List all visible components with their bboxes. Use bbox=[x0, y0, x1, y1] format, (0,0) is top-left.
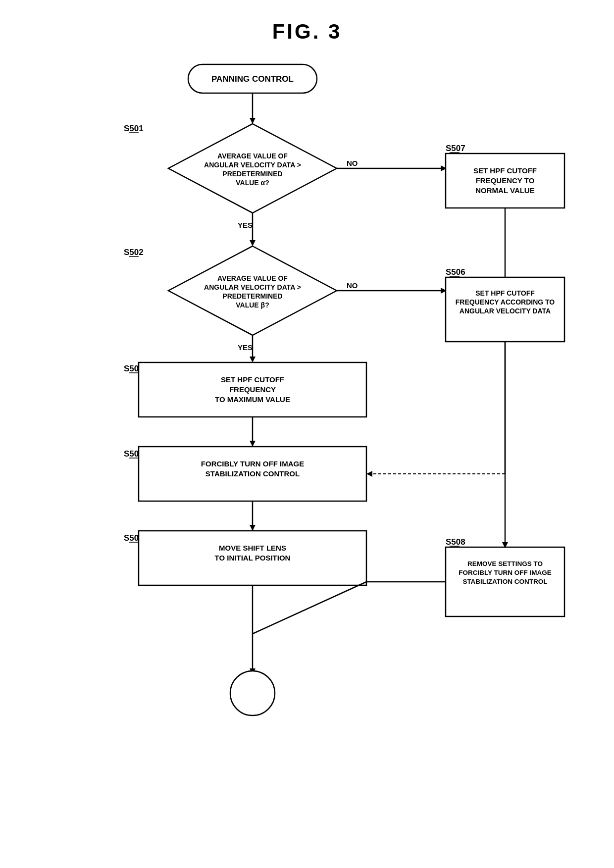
s503-text-3: TO MAXIMUM VALUE bbox=[215, 395, 290, 404]
s506-text-2: FREQUENCY ACCORDING TO bbox=[456, 298, 555, 306]
s501-label: S501 bbox=[124, 124, 144, 133]
s503-text-2: FREQUENCY bbox=[229, 385, 276, 394]
s501-text-1: AVERAGE VALUE OF bbox=[217, 152, 288, 160]
svg-marker-22 bbox=[250, 525, 256, 531]
start-label: PANNING CONTROL bbox=[211, 74, 294, 84]
svg-line-40 bbox=[253, 582, 366, 634]
s508-text-1: REMOVE SETTINGS TO bbox=[467, 560, 543, 567]
s501-yes-label: YES bbox=[238, 221, 253, 229]
s504-text-1: FORCIBLY TURN OFF IMAGE bbox=[201, 460, 304, 468]
svg-point-43 bbox=[230, 671, 275, 715]
figure-title: FIG. 3 bbox=[0, 0, 614, 44]
s506-text-1: SET HPF CUTOFF bbox=[475, 289, 535, 297]
s508-text-3: STABILIZATION CONTROL bbox=[462, 578, 547, 585]
svg-marker-14 bbox=[250, 357, 256, 362]
s506-label: S506 bbox=[446, 267, 465, 277]
s505-text-1: MOVE SHIFT LENS bbox=[219, 544, 286, 552]
s504-text-2: STABILIZATION CONTROL bbox=[205, 469, 300, 478]
s502-no-label: NO bbox=[347, 281, 358, 290]
s507-text-3: NORMAL VALUE bbox=[475, 186, 534, 195]
s501-text-3: PREDETERMINED bbox=[222, 170, 282, 178]
s508-text-2: FORCIBLY TURN OFF IMAGE bbox=[459, 569, 552, 576]
svg-marker-32 bbox=[366, 471, 372, 477]
s502-text-2: ANGULAR VELOCITY DATA > bbox=[204, 283, 301, 291]
svg-marker-8 bbox=[250, 240, 256, 246]
s506-text-3: ANGULAR VELOCITY DATA bbox=[460, 307, 551, 315]
s501-no-label: NO bbox=[347, 159, 358, 167]
s502-text-1: AVERAGE VALUE OF bbox=[217, 274, 288, 282]
s507-text-2: FREQUENCY TO bbox=[476, 176, 535, 185]
s502-yes-label: YES bbox=[238, 343, 253, 352]
s502-text-3: PREDETERMINED bbox=[222, 292, 282, 300]
s508-label: S508 bbox=[446, 537, 465, 547]
flowchart: PANNING CONTROL S501 AVERAGE VALUE OF AN… bbox=[30, 50, 584, 852]
s507-text-1: SET HPF CUTOFF bbox=[473, 166, 537, 175]
svg-marker-18 bbox=[250, 441, 256, 447]
s505-text-2: TO INITIAL POSITION bbox=[215, 554, 291, 562]
s507-label: S507 bbox=[446, 144, 465, 153]
s501-text-2: ANGULAR VELOCITY DATA > bbox=[204, 161, 301, 169]
s502-text-4: VALUE β? bbox=[236, 301, 269, 309]
s501-text-4: VALUE α? bbox=[236, 179, 269, 187]
page: FIG. 3 PANNING CONTROL S501 AVERAGE VALU… bbox=[0, 0, 614, 868]
s502-label: S502 bbox=[124, 248, 144, 257]
svg-marker-2 bbox=[250, 118, 256, 124]
s503-text-1: SET HPF CUTOFF bbox=[221, 375, 284, 384]
